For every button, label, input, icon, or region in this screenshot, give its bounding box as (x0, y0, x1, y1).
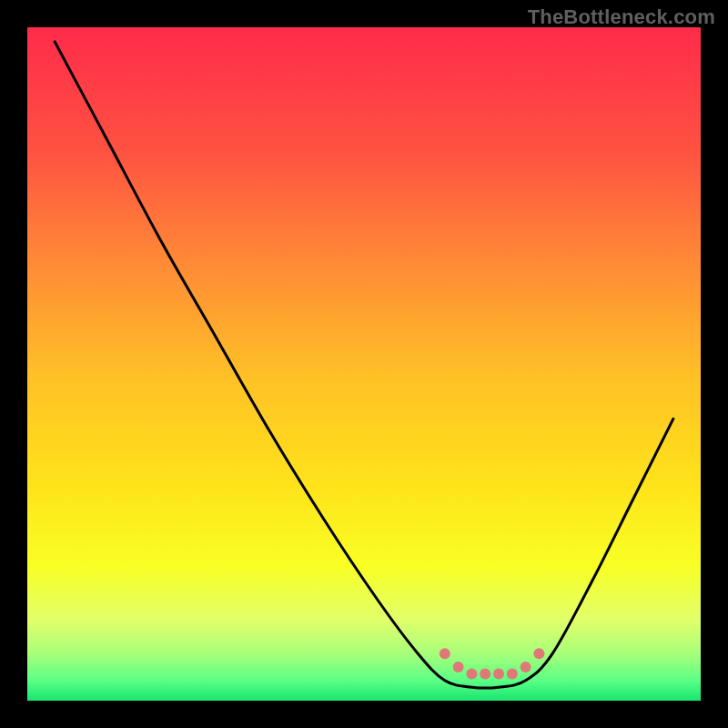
curve-marker (440, 648, 450, 659)
curve-marker (493, 668, 504, 679)
bottleneck-curve-chart (0, 0, 728, 728)
chart-frame: TheBottleneck.com (0, 0, 728, 728)
curve-marker (466, 668, 477, 679)
curve-marker (507, 668, 518, 679)
curve-marker (533, 648, 544, 659)
curve-marker (480, 668, 490, 679)
curve-marker (453, 662, 464, 672)
watermark-text: TheBottleneck.com (528, 5, 715, 29)
plot-background (27, 27, 701, 701)
curve-marker (521, 662, 531, 672)
